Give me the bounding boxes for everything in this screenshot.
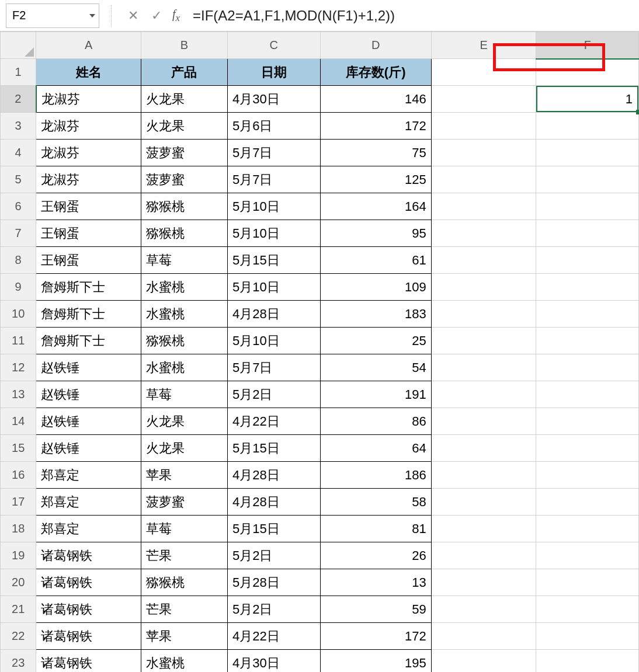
cell-B18[interactable]: 草莓 bbox=[141, 516, 227, 542]
col-header-C[interactable]: C bbox=[227, 32, 320, 59]
cell-D12[interactable]: 54 bbox=[320, 354, 431, 381]
cell-A20[interactable]: 诸葛钢铁 bbox=[36, 569, 141, 596]
cell-A15[interactable]: 赵铁锤 bbox=[36, 435, 141, 462]
cell-F2[interactable]: 1 bbox=[536, 86, 639, 113]
cell-B17[interactable]: 菠萝蜜 bbox=[141, 489, 227, 516]
cell-D8[interactable]: 61 bbox=[320, 247, 431, 274]
cell-E9[interactable] bbox=[431, 274, 536, 301]
formula-input[interactable] bbox=[192, 7, 633, 25]
cell-B2[interactable]: 火龙果 bbox=[141, 86, 227, 113]
cell-B14[interactable]: 火龙果 bbox=[141, 408, 227, 435]
cell-F4[interactable] bbox=[536, 140, 639, 166]
cell-D22[interactable]: 172 bbox=[320, 623, 431, 650]
row-header-22[interactable]: 22 bbox=[1, 623, 36, 650]
cell-F5[interactable] bbox=[536, 166, 639, 193]
row-header-16[interactable]: 16 bbox=[1, 462, 36, 489]
cell-B19[interactable]: 芒果 bbox=[141, 542, 227, 569]
row-header-3[interactable]: 3 bbox=[1, 113, 36, 140]
cell-D20[interactable]: 13 bbox=[320, 569, 431, 596]
cell-C6[interactable]: 5月10日 bbox=[227, 193, 320, 220]
cell-E2[interactable] bbox=[431, 86, 536, 113]
cell-C9[interactable]: 5月10日 bbox=[227, 274, 320, 301]
cell-C13[interactable]: 5月2日 bbox=[227, 381, 320, 408]
fx-icon[interactable]: fx bbox=[172, 8, 180, 24]
row-header-2[interactable]: 2 bbox=[1, 86, 36, 113]
cell-F6[interactable] bbox=[536, 193, 639, 220]
cell-A6[interactable]: 王钢蛋 bbox=[36, 193, 141, 220]
cell-F8[interactable] bbox=[536, 247, 639, 274]
enter-button[interactable]: ✓ bbox=[147, 6, 166, 26]
cell-F3[interactable] bbox=[536, 113, 639, 140]
cell-E13[interactable] bbox=[431, 381, 536, 408]
cell-E22[interactable] bbox=[431, 623, 536, 650]
cell-A23[interactable]: 诸葛钢铁 bbox=[36, 650, 141, 673]
cell-A3[interactable]: 龙淑芬 bbox=[36, 113, 141, 140]
cell-D6[interactable]: 164 bbox=[320, 193, 431, 220]
cell-A11[interactable]: 詹姆斯下士 bbox=[36, 328, 141, 354]
row-header-20[interactable]: 20 bbox=[1, 569, 36, 596]
name-box-dropdown-icon[interactable] bbox=[89, 14, 95, 18]
row-header-10[interactable]: 10 bbox=[1, 301, 36, 328]
cell-E19[interactable] bbox=[431, 542, 536, 569]
cell-E16[interactable] bbox=[431, 462, 536, 489]
cell-F12[interactable] bbox=[536, 354, 639, 381]
cell-F21[interactable] bbox=[536, 596, 639, 623]
cell-D19[interactable]: 26 bbox=[320, 542, 431, 569]
cell-B10[interactable]: 水蜜桃 bbox=[141, 301, 227, 328]
cell-A21[interactable]: 诸葛钢铁 bbox=[36, 596, 141, 623]
cell-B1[interactable]: 产品 bbox=[141, 59, 227, 86]
cell-F10[interactable] bbox=[536, 301, 639, 328]
cell-C5[interactable]: 5月7日 bbox=[227, 166, 320, 193]
cell-B4[interactable]: 菠萝蜜 bbox=[141, 140, 227, 166]
cell-F15[interactable] bbox=[536, 435, 639, 462]
cell-B22[interactable]: 苹果 bbox=[141, 623, 227, 650]
row-header-1[interactable]: 1 bbox=[1, 59, 36, 86]
cell-F18[interactable] bbox=[536, 516, 639, 542]
cell-A12[interactable]: 赵铁锤 bbox=[36, 354, 141, 381]
row-header-11[interactable]: 11 bbox=[1, 328, 36, 354]
cell-B7[interactable]: 猕猴桃 bbox=[141, 220, 227, 247]
cell-E1[interactable] bbox=[431, 59, 536, 86]
row-header-23[interactable]: 23 bbox=[1, 650, 36, 673]
row-header-14[interactable]: 14 bbox=[1, 408, 36, 435]
cell-E23[interactable] bbox=[431, 650, 536, 673]
cancel-button[interactable]: ✕ bbox=[123, 6, 143, 26]
cell-F16[interactable] bbox=[536, 462, 639, 489]
cell-D3[interactable]: 172 bbox=[320, 113, 431, 140]
cell-C20[interactable]: 5月28日 bbox=[227, 569, 320, 596]
cell-B5[interactable]: 菠萝蜜 bbox=[141, 166, 227, 193]
cell-F11[interactable] bbox=[536, 328, 639, 354]
cell-F22[interactable] bbox=[536, 623, 639, 650]
cell-F1[interactable] bbox=[536, 59, 639, 86]
cell-E8[interactable] bbox=[431, 247, 536, 274]
cell-B8[interactable]: 草莓 bbox=[141, 247, 227, 274]
col-header-F[interactable]: F bbox=[536, 32, 639, 59]
cell-E12[interactable] bbox=[431, 354, 536, 381]
cell-B15[interactable]: 火龙果 bbox=[141, 435, 227, 462]
cell-D16[interactable]: 186 bbox=[320, 462, 431, 489]
row-header-5[interactable]: 5 bbox=[1, 166, 36, 193]
cell-B16[interactable]: 苹果 bbox=[141, 462, 227, 489]
cell-C2[interactable]: 4月30日 bbox=[227, 86, 320, 113]
cell-A18[interactable]: 郑喜定 bbox=[36, 516, 141, 542]
cell-F19[interactable] bbox=[536, 542, 639, 569]
cell-C1[interactable]: 日期 bbox=[227, 59, 320, 86]
cell-C18[interactable]: 5月15日 bbox=[227, 516, 320, 542]
cell-B23[interactable]: 水蜜桃 bbox=[141, 650, 227, 673]
cell-C22[interactable]: 4月22日 bbox=[227, 623, 320, 650]
sheet-table[interactable]: ABCDEF1姓名产品日期库存数(斤)2龙淑芬火龙果4月30日14613龙淑芬火… bbox=[0, 32, 639, 672]
cell-E10[interactable] bbox=[431, 301, 536, 328]
cell-B20[interactable]: 猕猴桃 bbox=[141, 569, 227, 596]
cell-B12[interactable]: 水蜜桃 bbox=[141, 354, 227, 381]
cell-E5[interactable] bbox=[431, 166, 536, 193]
cell-E17[interactable] bbox=[431, 489, 536, 516]
row-header-15[interactable]: 15 bbox=[1, 435, 36, 462]
cell-B9[interactable]: 水蜜桃 bbox=[141, 274, 227, 301]
cell-A9[interactable]: 詹姆斯下士 bbox=[36, 274, 141, 301]
cell-D15[interactable]: 64 bbox=[320, 435, 431, 462]
cell-A17[interactable]: 郑喜定 bbox=[36, 489, 141, 516]
cell-F23[interactable] bbox=[536, 650, 639, 673]
cell-D17[interactable]: 58 bbox=[320, 489, 431, 516]
cell-C16[interactable]: 4月28日 bbox=[227, 462, 320, 489]
row-header-8[interactable]: 8 bbox=[1, 247, 36, 274]
